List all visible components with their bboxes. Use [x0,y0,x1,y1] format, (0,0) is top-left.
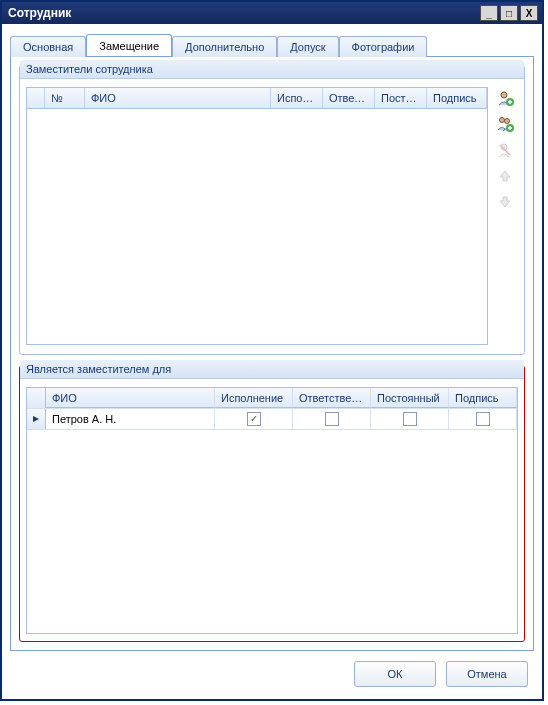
substitutes-grid-body[interactable] [27,109,487,319]
col-fio[interactable]: ФИО [85,88,271,108]
svg-point-3 [505,119,510,124]
col2-signature[interactable]: Подпись [449,388,517,408]
maximize-icon: □ [506,8,512,19]
checkbox-permanent[interactable] [403,412,417,426]
cell-execution[interactable]: ✓ [215,409,293,429]
svg-point-0 [501,92,507,98]
remove-user-button[interactable] [494,139,516,161]
minimize-icon: _ [486,8,492,19]
cell-responsibility[interactable] [293,409,371,429]
substitutes-grid-header: № ФИО Испол… Ответ… Посто… Подпись [27,88,487,109]
col-permanent[interactable]: Посто… [375,88,427,108]
move-up-button[interactable] [494,165,516,187]
cancel-button[interactable]: Отмена [446,661,528,687]
substitutes-groupbox: Заместители сотрудника № ФИО Испол… Отве… [19,65,525,355]
window-title: Сотрудник [8,6,478,20]
col-signature[interactable]: Подпись [427,88,487,108]
titlebar[interactable]: Сотрудник _ □ X [2,2,542,24]
tab-substitution[interactable]: Замещение [86,34,172,56]
row-indicator [27,409,46,429]
tab-main[interactable]: Основная [10,36,86,57]
current-row-icon [32,415,40,423]
checkbox-execution[interactable]: ✓ [247,412,261,426]
checkbox-responsibility[interactable] [325,412,339,426]
close-button[interactable]: X [520,5,538,21]
add-user-button[interactable] [494,87,516,109]
button-bar: ОК Отмена [10,651,534,691]
is-substitute-for-grid[interactable]: ФИО Исполнение Ответстве… Постоянный Под… [26,387,518,634]
col2-execution[interactable]: Исполнение [215,388,293,408]
move-down-button[interactable] [494,191,516,213]
substitutes-toolbar [488,87,518,345]
tabpage-substitution: Заместители сотрудника № ФИО Испол… Отве… [10,56,534,651]
remove-user-icon [496,141,514,159]
arrow-down-icon [497,194,513,210]
tab-additional[interactable]: Дополнительно [172,36,277,57]
tabstrip: Основная Замещение Дополнительно Допуск … [10,32,534,56]
col2-fio[interactable]: ФИО [46,388,215,408]
arrow-up-icon [497,168,513,184]
maximize-button[interactable]: □ [500,5,518,21]
svg-point-2 [500,118,505,123]
col2-permanent[interactable]: Постоянный [371,388,449,408]
is-substitute-for-caption: Является заместителем для [20,360,524,379]
cell-fio[interactable]: Петров А. Н. [46,409,215,429]
col-responsibility[interactable]: Ответ… [323,88,375,108]
tab-photos[interactable]: Фотографии [339,36,428,57]
add-user-icon [496,89,514,107]
is-substitute-for-groupbox: Является заместителем для ФИО Исполнение… [19,365,525,642]
cell-permanent[interactable] [371,409,449,429]
add-users-button[interactable] [494,113,516,135]
client-area: Основная Замещение Дополнительно Допуск … [2,24,542,699]
bottom-grid-header: ФИО Исполнение Ответстве… Постоянный Под… [27,388,517,409]
substitutes-caption: Заместители сотрудника [20,60,524,79]
minimize-button[interactable]: _ [480,5,498,21]
row-indicator-head [27,388,46,408]
col-execution[interactable]: Испол… [271,88,323,108]
substitutes-grid[interactable]: № ФИО Испол… Ответ… Посто… Подпись [26,87,488,345]
checkbox-signature[interactable] [476,412,490,426]
add-users-icon [496,115,514,133]
grid-indicator-col [27,88,45,108]
ok-button[interactable]: ОК [354,661,436,687]
cell-signature[interactable] [449,409,517,429]
tab-access[interactable]: Допуск [277,36,338,57]
col2-responsibility[interactable]: Ответстве… [293,388,371,408]
employee-window: Сотрудник _ □ X Основная Замещение Допол… [0,0,544,701]
close-icon: X [526,8,533,19]
table-row[interactable]: Петров А. Н. ✓ [27,409,517,430]
col-rownum[interactable]: № [45,88,85,108]
